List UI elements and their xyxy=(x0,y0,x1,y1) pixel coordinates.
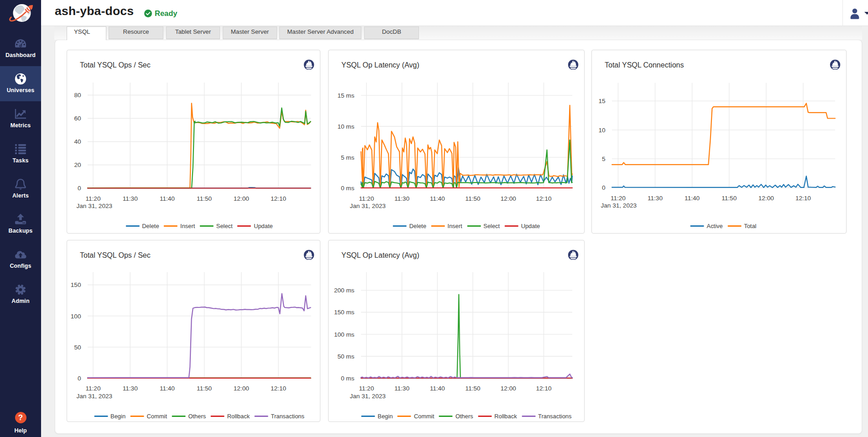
svg-text:50 ms: 50 ms xyxy=(337,353,354,360)
svg-text:5: 5 xyxy=(602,156,606,162)
svg-text:11:20: 11:20 xyxy=(359,195,374,202)
svg-text:Jan 31, 2023: Jan 31, 2023 xyxy=(350,203,386,209)
svg-text:11:20: 11:20 xyxy=(611,195,626,202)
svg-text:Total YSQL Ops / Sec: Total YSQL Ops / Sec xyxy=(80,251,151,259)
svg-text:5 ms: 5 ms xyxy=(341,154,355,161)
svg-text:0: 0 xyxy=(602,184,606,191)
svg-text:0 ms: 0 ms xyxy=(341,375,355,382)
svg-text:11:50: 11:50 xyxy=(465,385,481,392)
svg-text:11:40: 11:40 xyxy=(430,385,445,392)
svg-text:11:30: 11:30 xyxy=(648,195,663,202)
svg-text:150 ms: 150 ms xyxy=(334,309,355,316)
svg-text:11:30: 11:30 xyxy=(122,195,137,202)
svg-text:11:20: 11:20 xyxy=(85,385,100,392)
svg-text:50: 50 xyxy=(74,344,81,351)
svg-text:Jan 31, 2023: Jan 31, 2023 xyxy=(76,203,112,209)
svg-text:11:30: 11:30 xyxy=(394,195,409,202)
svg-text:20: 20 xyxy=(74,161,81,168)
svg-text:YSQL Op Latency (Avg): YSQL Op Latency (Avg) xyxy=(341,61,419,69)
svg-text:11:20: 11:20 xyxy=(85,195,100,202)
svg-text:11:30: 11:30 xyxy=(122,385,137,392)
svg-text:200 ms: 200 ms xyxy=(334,287,355,294)
svg-text:11:50: 11:50 xyxy=(722,195,737,202)
svg-text:0: 0 xyxy=(77,185,81,192)
svg-text:11:40: 11:40 xyxy=(430,195,445,202)
svg-text:Total YSQL Connections: Total YSQL Connections xyxy=(605,61,684,69)
svg-text:10: 10 xyxy=(598,127,606,134)
svg-text:11:40: 11:40 xyxy=(685,195,700,202)
svg-text:12:00: 12:00 xyxy=(233,385,249,392)
svg-text:11:20: 11:20 xyxy=(359,385,374,392)
svg-text:40: 40 xyxy=(74,138,81,145)
svg-text:150: 150 xyxy=(70,281,81,288)
svg-text:11:50: 11:50 xyxy=(197,385,212,392)
svg-text:12:00: 12:00 xyxy=(501,195,516,202)
svg-text:12:10: 12:10 xyxy=(270,195,286,202)
svg-text:0 ms: 0 ms xyxy=(341,185,355,192)
svg-text:Jan 31, 2023: Jan 31, 2023 xyxy=(350,393,386,400)
svg-text:Jan 31, 2023: Jan 31, 2023 xyxy=(601,202,637,209)
svg-text:YSQL Op Latency (Avg): YSQL Op Latency (Avg) xyxy=(341,251,419,259)
svg-text:100 ms: 100 ms xyxy=(334,331,355,338)
svg-text:12:00: 12:00 xyxy=(233,195,249,202)
svg-text:15 ms: 15 ms xyxy=(337,92,354,99)
svg-text:12:10: 12:10 xyxy=(536,385,551,392)
svg-text:11:40: 11:40 xyxy=(159,195,174,202)
svg-text:12:10: 12:10 xyxy=(270,385,286,392)
svg-text:11:50: 11:50 xyxy=(197,195,212,202)
svg-text:Jan 31, 2023: Jan 31, 2023 xyxy=(76,393,112,400)
svg-text:12:00: 12:00 xyxy=(758,195,774,202)
svg-text:15: 15 xyxy=(598,98,605,104)
svg-text:12:10: 12:10 xyxy=(795,195,811,202)
svg-text:12:10: 12:10 xyxy=(536,195,551,202)
svg-text:12:00: 12:00 xyxy=(501,385,516,392)
svg-text:11:30: 11:30 xyxy=(394,385,409,392)
svg-text:60: 60 xyxy=(74,115,81,122)
svg-text:11:50: 11:50 xyxy=(465,195,481,202)
svg-text:11:40: 11:40 xyxy=(159,385,174,392)
svg-text:0: 0 xyxy=(77,375,81,382)
svg-text:Total YSQL Ops / Sec: Total YSQL Ops / Sec xyxy=(80,61,151,69)
svg-text:100: 100 xyxy=(70,313,81,320)
svg-text:80: 80 xyxy=(74,92,81,99)
svg-text:10 ms: 10 ms xyxy=(337,123,354,130)
